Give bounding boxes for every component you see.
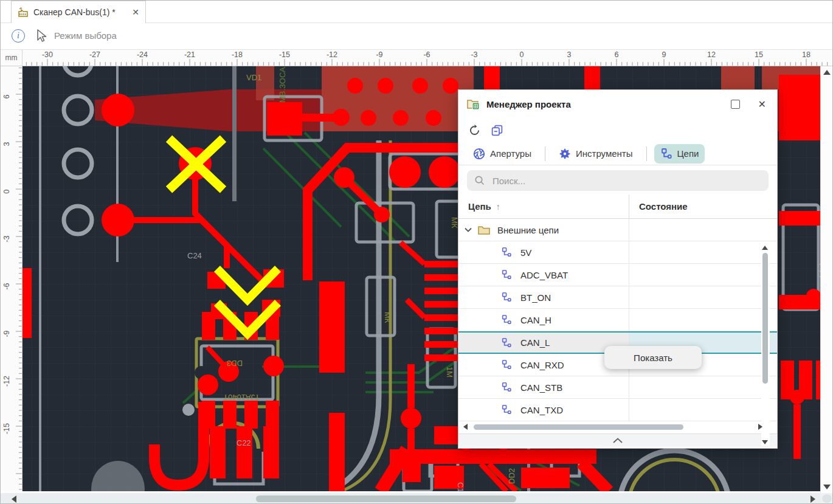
search-placeholder: Поиск...	[493, 176, 525, 186]
net-row-5V[interactable]: 5V	[458, 241, 777, 264]
close-icon[interactable]: ✕	[758, 98, 766, 110]
svg-text:C24: C24	[187, 251, 202, 260]
svg-text:C22: C22	[237, 438, 251, 447]
sort-asc-icon: ↑	[496, 202, 500, 212]
canvas-hscrollbar[interactable]	[1, 493, 820, 504]
net-icon	[501, 269, 512, 280]
svg-text:МК: МК	[383, 312, 392, 323]
nets-icon	[660, 148, 672, 160]
scroll-down-icon[interactable]	[823, 485, 831, 489]
aperture-icon	[473, 148, 485, 160]
panel-titlebar[interactable]: Менеджер проекта ✕	[458, 90, 777, 118]
tab-apertures[interactable]: Апертуры	[467, 144, 537, 164]
net-label: ADC_VBAT	[520, 270, 568, 280]
scroll-right-icon[interactable]	[811, 495, 815, 503]
panel-hscroll-thumb[interactable]	[474, 424, 683, 430]
context-menu[interactable]: Показать	[604, 346, 702, 369]
main-toolbar: i Режим выбора	[1, 23, 832, 49]
panel-vscrollbar[interactable]	[761, 244, 770, 446]
chevron-down-icon	[465, 227, 472, 232]
project-manager-icon	[467, 98, 480, 110]
tab-tools-label: Инструменты	[576, 148, 633, 159]
net-icon	[501, 247, 512, 258]
svg-text:-9: -9	[2, 330, 11, 337]
copy-icon[interactable]	[491, 124, 503, 137]
document-tab[interactable]: Сканер CAN-bus(1) * ✕	[11, 1, 146, 23]
select-cursor-icon[interactable]	[35, 29, 48, 43]
svg-text:-27: -27	[89, 50, 100, 59]
search-input[interactable]: Поиск...	[467, 170, 769, 191]
hscroll-thumb[interactable]	[256, 495, 516, 502]
net-row-CAN_H[interactable]: CAN_H	[458, 309, 777, 331]
group-label: Внешние цепи	[497, 225, 559, 235]
net-label: CAN_H	[520, 315, 551, 325]
chevron-up-icon	[612, 438, 623, 443]
tab-separator	[545, 147, 545, 161]
svg-text:-9: -9	[376, 50, 382, 59]
net-row-CAN_STB[interactable]: CAN_STB	[458, 376, 777, 399]
tab-tools[interactable]: Инструменты	[553, 144, 639, 164]
folder-icon	[478, 225, 490, 235]
state-cell	[629, 309, 777, 331]
canvas-vscrollbar[interactable]	[820, 66, 833, 493]
net-icon	[501, 314, 512, 325]
mode-label: Режим выбора	[54, 30, 117, 41]
horizontal-ruler: -30-27-24-21-18-15-12-9-6-30369121518	[22, 49, 833, 66]
tab-title: Сканер CAN-bus(1) *	[33, 7, 116, 17]
net-row-BT_ON[interactable]: BT_ON	[458, 286, 777, 309]
panel-hscrollbar[interactable]	[458, 421, 777, 433]
project-file-icon	[18, 7, 29, 18]
net-row-ADC_VBAT[interactable]: ADC_VBAT	[458, 264, 777, 286]
net-icon	[501, 382, 512, 393]
net-label: CAN_TXD	[520, 405, 563, 415]
svg-text:-3: -3	[471, 50, 477, 59]
svg-text:DD2: DD2	[507, 468, 516, 484]
table-header: Цепь ↑ Состояние	[458, 195, 777, 219]
svg-text:DD3: DD3	[227, 359, 243, 368]
svg-text:15: 15	[755, 50, 763, 59]
scroll-up-icon[interactable]	[823, 70, 831, 75]
tab-bar: Сканер CAN-bus(1) * ✕	[1, 1, 832, 23]
panel-scroll-up-icon[interactable]	[762, 246, 768, 250]
tab-close-icon[interactable]: ✕	[132, 7, 139, 17]
svg-text:VD1: VD1	[246, 73, 261, 82]
svg-text:-21: -21	[184, 50, 195, 59]
maximize-icon[interactable]	[731, 100, 740, 109]
svg-text:-18: -18	[232, 50, 243, 59]
panel-scroll-left-icon[interactable]	[463, 424, 468, 430]
group-row[interactable]: Внешние цепи	[458, 219, 777, 241]
column-header-state[interactable]: Состояние	[629, 201, 777, 212]
svg-text:-3: -3	[2, 235, 11, 242]
net-label: 5V	[520, 247, 531, 258]
svg-text:-15: -15	[279, 50, 290, 59]
svg-text:9: 9	[662, 50, 666, 59]
panel-vscroll-thumb[interactable]	[762, 253, 768, 384]
svg-text:6: 6	[615, 50, 619, 59]
state-cell	[629, 286, 777, 308]
vertical-ruler: 630-3-6-9-12-15	[1, 66, 22, 491]
net-icon	[501, 404, 512, 415]
column-header-net[interactable]: Цепь ↑	[458, 195, 629, 218]
net-icon	[501, 337, 512, 348]
info-icon[interactable]: i	[12, 29, 25, 43]
panel-scroll-right-icon[interactable]	[758, 424, 762, 430]
nets-table-body: Внешние цепи5VADC_VBATBT_ONCAN_HCAN_LCAN…	[458, 219, 777, 421]
net-row-CAN_TXD[interactable]: CAN_TXD	[458, 399, 777, 421]
scroll-left-icon[interactable]	[12, 495, 16, 503]
svg-text:0: 0	[2, 189, 11, 193]
svg-text:-24: -24	[137, 50, 148, 59]
svg-text:18: 18	[802, 50, 811, 59]
context-menu-item-show[interactable]: Показать	[634, 353, 672, 363]
search-icon	[474, 175, 485, 186]
net-label: CAN_RXD	[520, 360, 564, 370]
refresh-icon[interactable]	[468, 124, 481, 137]
svg-text:МК: МК	[420, 491, 429, 491]
collapse-bar[interactable]	[458, 433, 777, 447]
svg-text:-6: -6	[423, 50, 430, 59]
tools-icon	[559, 148, 571, 160]
panel-scroll-down-icon[interactable]	[762, 440, 768, 444]
svg-text:0: 0	[520, 50, 524, 59]
panel-tabs: Апертуры Инструменты Цепи	[458, 142, 777, 165]
tab-nets[interactable]: Цепи	[654, 144, 705, 164]
svg-text:C23: C23	[816, 263, 820, 278]
